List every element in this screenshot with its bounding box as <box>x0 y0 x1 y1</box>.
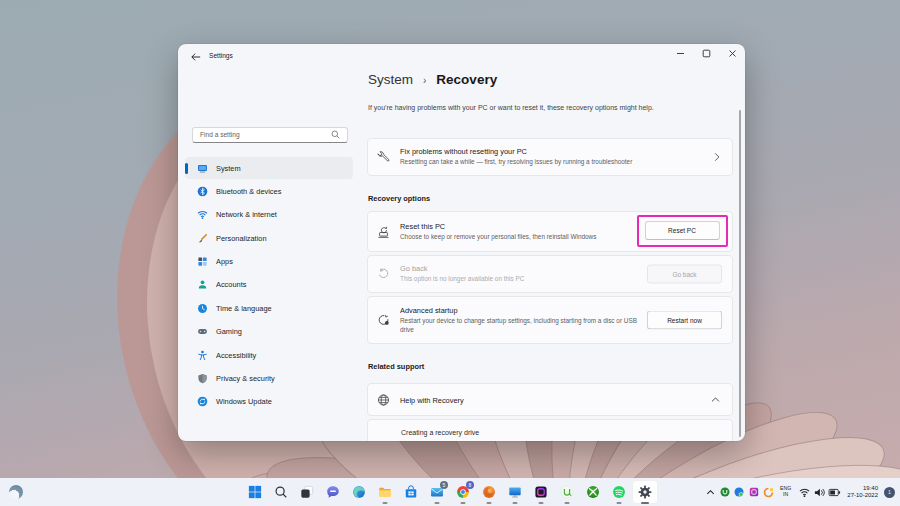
tray-sync-icon[interactable] <box>763 487 774 498</box>
status-icons[interactable] <box>799 487 841 498</box>
spotify-icon <box>612 485 626 499</box>
running-indicator <box>487 502 492 504</box>
clock[interactable]: 19:40 27-10-2022 <box>847 485 878 498</box>
chat-icon <box>326 485 340 499</box>
help-expanded-panel: Creating a recovery drive <box>367 419 733 441</box>
sidebar-item-apps[interactable]: Apps <box>185 251 353 273</box>
file-explorer-button[interactable] <box>372 480 398 504</box>
widgets-icon[interactable] <box>9 485 23 499</box>
card-fix-problems[interactable]: Fix problems without resetting your PC R… <box>367 138 733 176</box>
tray-icons <box>706 487 774 498</box>
card-title: Advanced startup <box>400 306 645 315</box>
accounts-icon <box>197 279 208 290</box>
sidebar-item-privacy[interactable]: Privacy & security <box>185 368 353 390</box>
card-subtitle: This option is no longer available on th… <box>400 275 524 284</box>
taskbar-search-icon <box>274 485 288 499</box>
card-text: Advanced startup Restart your device to … <box>400 306 645 335</box>
reset-pc-button[interactable]: Reset PC <box>645 221 720 240</box>
globe-icon <box>377 393 390 406</box>
minimize-button[interactable] <box>667 44 693 63</box>
search-icon <box>331 130 340 139</box>
desktop: Settings Find a setting System Bluetooth… <box>0 0 900 506</box>
mail-button[interactable]: 5 <box>424 480 450 504</box>
volume-icon <box>814 487 825 498</box>
card-text: Go back This option is no longer availab… <box>400 264 524 284</box>
breadcrumb-system[interactable]: System <box>368 72 413 87</box>
sidebar-item-system[interactable]: System <box>185 157 353 179</box>
running-indicator <box>383 502 388 504</box>
card-help-recovery[interactable]: Help with Recovery <box>367 383 733 416</box>
accessibility-icon <box>197 350 208 361</box>
start-button[interactable] <box>242 480 268 504</box>
running-indicator <box>539 502 544 504</box>
chrome-badge: 8 <box>466 481 474 489</box>
mail-badge: 5 <box>440 481 448 489</box>
chat-button[interactable] <box>320 480 346 504</box>
card-title: Fix problems without resetting your PC <box>400 147 632 156</box>
restart-now-button[interactable]: Restart now <box>647 311 722 330</box>
card-text: Reset this PC Choose to keep or remove y… <box>400 222 596 242</box>
card-go-back: Go back This option is no longer availab… <box>367 255 733 293</box>
chrome-button[interactable]: 8 <box>450 480 476 504</box>
window-controls <box>667 44 745 63</box>
display-app-button[interactable] <box>502 480 528 504</box>
bluetooth-icon <box>197 186 208 197</box>
time: 19:40 <box>863 485 878 492</box>
card-subtitle: Restart your device to change startup se… <box>400 317 645 335</box>
card-reset-pc: Reset this PC Choose to keep or remove y… <box>367 211 733 252</box>
region-code: IN <box>783 492 788 498</box>
close-button[interactable] <box>719 44 745 63</box>
sidebar-item-network[interactable]: Network & internet <box>185 204 353 226</box>
breadcrumb: System › Recovery <box>368 72 497 87</box>
task-view-button[interactable] <box>294 480 320 504</box>
network-icon <box>197 209 208 220</box>
card-subtitle: Resetting can take a while — first, try … <box>400 158 632 167</box>
purple-app-button[interactable] <box>528 480 554 504</box>
utorrent-button[interactable] <box>554 480 580 504</box>
sidebar-item-time-language[interactable]: Time & language <box>185 297 353 319</box>
taskbar: 5 8 ENG IN <box>0 478 900 506</box>
search-input[interactable]: Find a setting <box>192 127 348 143</box>
windows-update-icon <box>197 396 208 407</box>
edge-icon <box>352 485 366 499</box>
system-tray: ENG IN 19:40 27-10-2022 1 <box>706 478 895 506</box>
taskbar-search-button[interactable] <box>268 480 294 504</box>
scrollbar[interactable] <box>739 110 741 437</box>
tray-purple-app-icon[interactable] <box>749 487 759 497</box>
window-title: Settings <box>209 52 233 59</box>
wifi-icon <box>799 487 810 498</box>
taskbar-center: 5 8 <box>242 480 658 504</box>
sidebar-item-windows-update[interactable]: Windows Update <box>185 391 353 413</box>
language-indicator[interactable]: ENG IN <box>780 486 791 498</box>
notification-badge[interactable]: 1 <box>884 487 895 498</box>
help-link-recovery-drive[interactable]: Creating a recovery drive <box>401 429 479 436</box>
store-button[interactable] <box>398 480 424 504</box>
tray-utorrent-icon[interactable] <box>720 487 730 497</box>
tray-chevron-up-icon[interactable] <box>706 488 715 497</box>
maximize-button[interactable] <box>693 44 719 63</box>
section-recovery-options: Recovery options <box>368 194 430 203</box>
card-text: Fix problems without resetting your PC R… <box>400 147 632 167</box>
go-back-button: Go back <box>647 265 722 284</box>
edge-button[interactable] <box>346 480 372 504</box>
settings-app-button[interactable] <box>632 480 658 504</box>
gaming-icon <box>197 326 208 337</box>
back-button[interactable] <box>190 51 201 62</box>
sidebar-item-bluetooth[interactable]: Bluetooth & devices <box>185 180 353 202</box>
file-explorer-icon <box>378 485 392 499</box>
sidebar-item-personalization[interactable]: Personalization <box>185 227 353 249</box>
sidebar-item-accounts[interactable]: Accounts <box>185 274 353 296</box>
sidebar-item-gaming[interactable]: Gaming <box>185 321 353 343</box>
sidebar-nav: System Bluetooth & devices Network & int… <box>185 157 353 413</box>
firefox-icon <box>482 485 496 499</box>
running-indicator <box>461 502 466 504</box>
sidebar-item-accessibility[interactable]: Accessibility <box>185 344 353 366</box>
settings-window: Settings Find a setting System Bluetooth… <box>178 44 745 441</box>
system-icon <box>197 163 208 174</box>
xbox-button[interactable] <box>580 480 606 504</box>
date: 27-10-2022 <box>847 492 878 499</box>
spotify-button[interactable] <box>606 480 632 504</box>
firefox-button[interactable] <box>476 480 502 504</box>
tray-antivirus-icon[interactable] <box>734 487 744 497</box>
selected-accent-bar <box>185 163 188 174</box>
